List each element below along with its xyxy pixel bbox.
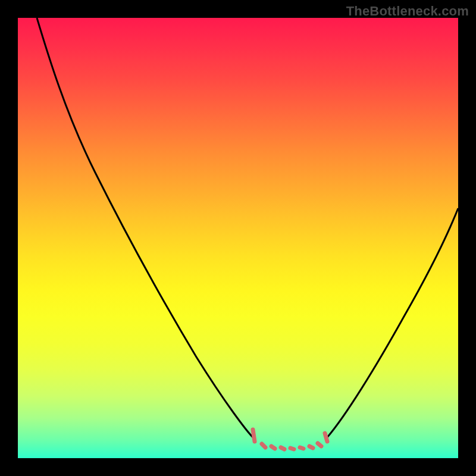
left-curve <box>37 18 253 437</box>
svg-line-1 <box>262 444 265 447</box>
svg-line-7 <box>318 443 321 446</box>
watermark-text: TheBottleneck.com <box>346 4 469 19</box>
svg-line-3 <box>281 447 284 449</box>
marker-cluster <box>253 430 327 449</box>
svg-line-2 <box>271 446 275 449</box>
svg-line-6 <box>309 446 313 448</box>
right-curve <box>327 208 458 437</box>
svg-line-0 <box>253 430 255 441</box>
svg-line-4 <box>290 448 294 449</box>
svg-line-8 <box>325 433 327 441</box>
svg-line-5 <box>300 447 303 449</box>
curve-layer <box>18 18 458 458</box>
chart-frame: TheBottleneck.com <box>0 0 476 476</box>
plot-area <box>18 18 458 458</box>
